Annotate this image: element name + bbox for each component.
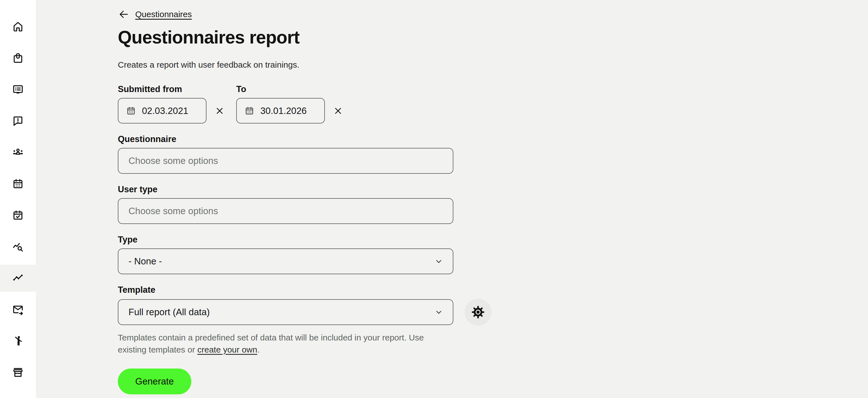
sidebar-item-feedback[interactable] (0, 105, 36, 137)
page-description: Creates a report with user feedback on t… (118, 60, 868, 70)
calendar-icon (244, 105, 255, 116)
type-select-value: - None - (128, 256, 162, 267)
template-label: Template (118, 285, 868, 295)
sidebar-item-events[interactable] (0, 200, 36, 231)
main-content: Questionnaires Questionnaires report Cre… (36, 0, 868, 394)
training-monitor-icon (11, 83, 24, 96)
trending-chart-icon (11, 272, 24, 285)
sidebar (0, 0, 36, 398)
submitted-to-group: To (236, 84, 344, 123)
questionnaire-label: Questionnaire (118, 134, 868, 144)
sidebar-item-mail[interactable] (0, 294, 36, 325)
gear-icon (470, 305, 486, 320)
sidebar-item-shop[interactable] (0, 42, 36, 74)
template-select[interactable]: Full report (All data) (118, 299, 453, 325)
template-settings-button[interactable] (465, 299, 492, 326)
template-help-before: Templates contain a predefined set of da… (118, 333, 424, 354)
sidebar-item-groups[interactable] (0, 137, 36, 168)
questionnaire-multiselect-input[interactable] (118, 148, 453, 174)
sidebar-item-home[interactable] (0, 11, 36, 42)
page-title: Questionnaires report (118, 27, 868, 48)
template-help-text: Templates contain a predefined set of da… (118, 332, 440, 356)
clear-to-date-button[interactable] (332, 104, 344, 117)
user-type-multiselect-input[interactable] (118, 198, 453, 224)
sidebar-item-activities[interactable] (0, 325, 36, 357)
analytics-search-icon (11, 240, 24, 253)
questionnaire-section: Questionnaire (118, 134, 868, 174)
sidebar-item-store[interactable] (0, 357, 36, 388)
mail-send-icon (11, 303, 24, 316)
sidebar-item-analytics[interactable] (0, 231, 36, 263)
submitted-from-group: Submitted from (118, 84, 226, 123)
storefront-icon (11, 366, 24, 379)
groups-icon (11, 146, 24, 159)
template-section: Template Full report (All data) (118, 285, 868, 356)
create-your-own-link[interactable]: create your own (197, 345, 257, 354)
type-label: Type (118, 235, 868, 245)
chevron-down-icon (433, 256, 444, 267)
submitted-from-input[interactable] (142, 105, 201, 116)
generate-button[interactable]: Generate (118, 369, 191, 394)
submitted-to-input[interactable] (260, 105, 319, 116)
user-type-label: User type (118, 184, 868, 194)
home-icon (11, 20, 24, 33)
breadcrumb: Questionnaires (118, 8, 868, 20)
shopping-bag-icon (11, 52, 24, 65)
submitted-from-field[interactable] (118, 98, 207, 123)
template-help-after: . (257, 345, 259, 354)
breadcrumb-questionnaires-link[interactable]: Questionnaires (135, 9, 192, 19)
sidebar-item-calendar[interactable] (0, 168, 36, 200)
calendar-icon (11, 177, 24, 190)
clear-from-date-button[interactable] (213, 104, 226, 117)
back-arrow-icon[interactable] (118, 8, 130, 20)
close-icon (333, 106, 343, 116)
user-type-section: User type (118, 184, 868, 224)
sidebar-item-trainings[interactable] (0, 74, 36, 105)
sidebar-item-reports[interactable] (0, 263, 36, 294)
type-section: Type - None - (118, 235, 868, 274)
type-select[interactable]: - None - (118, 248, 453, 274)
submitted-to-label: To (236, 84, 344, 94)
person-waving-icon (11, 335, 24, 347)
chevron-down-icon (433, 306, 444, 318)
feedback-comment-icon (11, 115, 24, 127)
submitted-from-label: Submitted from (118, 84, 226, 94)
template-select-value: Full report (All data) (128, 307, 210, 317)
calendar-icon (126, 105, 136, 116)
date-filters-row: Submitted from (118, 84, 868, 123)
close-icon (215, 106, 225, 116)
submitted-to-field[interactable] (236, 98, 325, 123)
calendar-check-icon (11, 209, 24, 222)
